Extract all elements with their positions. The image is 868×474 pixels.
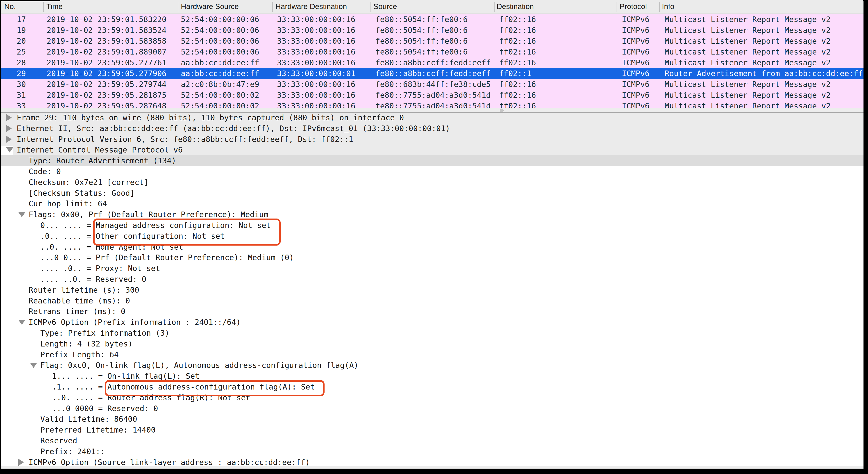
column-header-no[interactable]: No. (4, 0, 16, 13)
detail-line[interactable]: Retrans timer (ms): 0 (1, 306, 864, 317)
detail-line-text: ...0 0000 = Reserved: 0 (52, 403, 158, 414)
detail-line-text: Code: 0 (29, 166, 61, 177)
detail-line[interactable]: ..0. .... = Home Agent: Not set (1, 241, 864, 252)
column-header-time[interactable]: Time (46, 0, 63, 13)
detail-line[interactable]: Reachable time (ms): 0 (1, 295, 864, 306)
detail-line[interactable]: Checksum: 0x7e21 [correct] (1, 177, 864, 188)
column-header-hw_dst[interactable]: Hardware Destination (275, 0, 347, 13)
cell-hw_dst: 33:33:00:00:00:16 (277, 79, 355, 90)
packet-list[interactable]: 172019-10-02 23:59:01.58322052:54:00:00:… (1, 14, 864, 108)
expand-collapse-icon-open[interactable] (18, 212, 26, 217)
cell-protocol: ICMPv6 (622, 47, 650, 57)
cell-protocol: ICMPv6 (622, 79, 650, 90)
column-header-protocol[interactable]: Protocol (620, 0, 647, 13)
column-divider[interactable] (371, 2, 371, 12)
expand-collapse-icon-open[interactable] (30, 363, 37, 368)
column-header-src[interactable]: Source (373, 0, 397, 13)
cell-hw_dst: 33:33:00:00:00:16 (277, 47, 355, 57)
detail-line[interactable]: 1... .... = On-link flag(L): Set (1, 371, 864, 381)
cell-src: fe80::a8bb:ccff:fedd:eeff (375, 57, 491, 68)
detail-line-selected[interactable]: Type: Router Advertisement (134) (1, 155, 864, 166)
detail-line[interactable]: ...0 0000 = Reserved: 0 (1, 403, 864, 414)
detail-line-text: ..0. .... = Router address flag(R): Not … (52, 392, 250, 403)
detail-line[interactable]: Code: 0 (1, 166, 864, 177)
detail-line[interactable]: Prefix Length: 64 (1, 349, 864, 360)
detail-line-text: .1.. .... = Autonomous address-configura… (52, 381, 315, 392)
cell-time: 2019-10-02 23:59:01.583858 (46, 36, 166, 47)
column-divider[interactable] (178, 2, 178, 12)
detail-line[interactable]: Preferred Lifetime: 14400 (1, 424, 864, 435)
detail-line-text: Valid Lifetime: 86400 (40, 414, 137, 424)
detail-line[interactable]: ICMPv6 Option (Prefix information : 2401… (1, 317, 864, 328)
cell-time: 2019-10-02 23:59:05.287648 (46, 100, 166, 108)
packet-row-19[interactable]: 192019-10-02 23:59:01.58352452:54:00:00:… (1, 25, 864, 36)
detail-line[interactable]: Valid Lifetime: 86400 (1, 414, 864, 424)
cell-no: 33 (3, 100, 26, 108)
detail-line-text: Prefix Length: 64 (40, 349, 119, 360)
cell-protocol: ICMPv6 (622, 14, 650, 25)
packet-row-29[interactable]: 292019-10-02 23:59:05.277906aa:bb:cc:dd:… (1, 68, 864, 79)
detail-line[interactable]: Type: Prefix information (3) (1, 328, 864, 338)
detail-line[interactable]: ICMPv6 Option (Source link-layer address… (1, 457, 864, 466)
packet-row-25[interactable]: 252019-10-02 23:59:01.88900752:54:00:00:… (1, 47, 864, 57)
column-header-dst[interactable]: Destination (497, 0, 534, 13)
expand-collapse-icon-closed[interactable] (6, 125, 12, 132)
cell-info: Multicast Listener Report Message v2 (664, 14, 831, 25)
column-divider[interactable] (659, 2, 660, 12)
packet-row-30[interactable]: 302019-10-02 23:59:05.279744a2:c0:8b:0b:… (1, 79, 864, 90)
detail-line[interactable]: Prefix: 2401:: (1, 446, 864, 457)
expand-collapse-icon-open[interactable] (18, 320, 26, 325)
cell-info: Multicast Listener Report Message v2 (664, 36, 831, 47)
packet-row-31[interactable]: 312019-10-02 23:59:05.28187552:54:00:00:… (1, 90, 864, 100)
detail-line-text: .0.. .... = Other configuration: Not set (40, 231, 225, 241)
cell-src: fe80::683b:44ff:fe38:cde5 (375, 79, 491, 90)
expand-collapse-icon-closed[interactable] (18, 459, 24, 466)
detail-line[interactable]: Ethernet II, Src: aa:bb:cc:dd:ee:ff (aa:… (1, 123, 864, 134)
packet-detail-pane[interactable]: Frame 29: 110 bytes on wire (880 bits), … (1, 113, 864, 466)
packet-row-20[interactable]: 202019-10-02 23:59:01.58385852:54:00:00:… (1, 36, 864, 47)
detail-line[interactable]: ..0. .... = Router address flag(R): Not … (1, 392, 864, 403)
column-header-info[interactable]: Info (662, 0, 674, 13)
packet-row-17[interactable]: 172019-10-02 23:59:01.58322052:54:00:00:… (1, 14, 864, 25)
cell-src: fe80::a8bb:ccff:fedd:eeff (375, 68, 491, 79)
cell-hw_dst: 33:33:00:00:00:01 (277, 68, 355, 79)
detail-line[interactable]: .1.. .... = Autonomous address-configura… (1, 381, 864, 392)
column-divider[interactable] (43, 2, 44, 12)
detail-line[interactable]: ...0 0... = Prf (Default Router Preferen… (1, 252, 864, 263)
column-divider[interactable] (494, 2, 495, 12)
cell-info: Router Advertisement from aa:bb:cc:dd:ee… (664, 68, 863, 79)
column-divider[interactable] (616, 2, 616, 12)
cell-dst: ff02::16 (499, 25, 536, 36)
detail-line[interactable]: Internet Control Message Protocol v6 (1, 144, 864, 155)
detail-line-text: Type: Router Advertisement (134) (29, 155, 176, 166)
detail-line-text: Internet Control Message Protocol v6 (17, 144, 183, 155)
expand-collapse-icon-closed[interactable] (6, 114, 12, 121)
detail-line[interactable]: Router lifetime (s): 300 (1, 285, 864, 295)
expand-collapse-icon-open[interactable] (6, 147, 13, 152)
cell-dst: ff02::16 (499, 47, 536, 57)
detail-line[interactable]: Reserved (1, 435, 864, 446)
detail-line[interactable]: Internet Protocol Version 6, Src: fe80::… (1, 134, 864, 145)
detail-line-text: Prefix: 2401:: (40, 446, 105, 457)
expand-collapse-icon-closed[interactable] (6, 136, 12, 143)
detail-line[interactable]: Length: 4 (32 bytes) (1, 338, 864, 349)
packet-row-28[interactable]: 282019-10-02 23:59:05.277761aa:bb:cc:dd:… (1, 57, 864, 68)
packet-row-33[interactable]: 332019-10-02 23:59:05.28764852:54:00:00:… (1, 100, 864, 108)
column-divider[interactable] (272, 2, 273, 12)
detail-line-text: Reachable time (ms): 0 (29, 295, 130, 306)
detail-line[interactable]: Frame 29: 110 bytes on wire (880 bits), … (1, 113, 864, 123)
cell-dst: ff02::16 (499, 57, 536, 68)
cell-hw_src: 52:54:00:00:00:02 (181, 90, 259, 100)
column-header-hw_src[interactable]: Hardware Source (181, 0, 239, 13)
detail-line[interactable]: Flags: 0x00, Prf (Default Router Prefere… (1, 209, 864, 220)
detail-line[interactable]: .... .0.. = Proxy: Not set (1, 263, 864, 274)
cell-hw_dst: 33:33:00:00:00:16 (277, 57, 355, 68)
cell-hw_src: aa:bb:cc:dd:ee:ff (181, 57, 259, 68)
detail-line[interactable]: .0.. .... = Other configuration: Not set (1, 231, 864, 241)
detail-line[interactable]: Flag: 0xc0, On-link flag(L), Autonomous … (1, 360, 864, 371)
cell-src: fe80::7755:ad04:a3d0:541d (375, 100, 491, 108)
detail-line[interactable]: 0... .... = Managed address configuratio… (1, 220, 864, 231)
detail-line[interactable]: .... ..0. = Reserved: 0 (1, 274, 864, 285)
detail-line[interactable]: [Checksum Status: Good] (1, 188, 864, 199)
detail-line[interactable]: Cur hop limit: 64 (1, 198, 864, 209)
